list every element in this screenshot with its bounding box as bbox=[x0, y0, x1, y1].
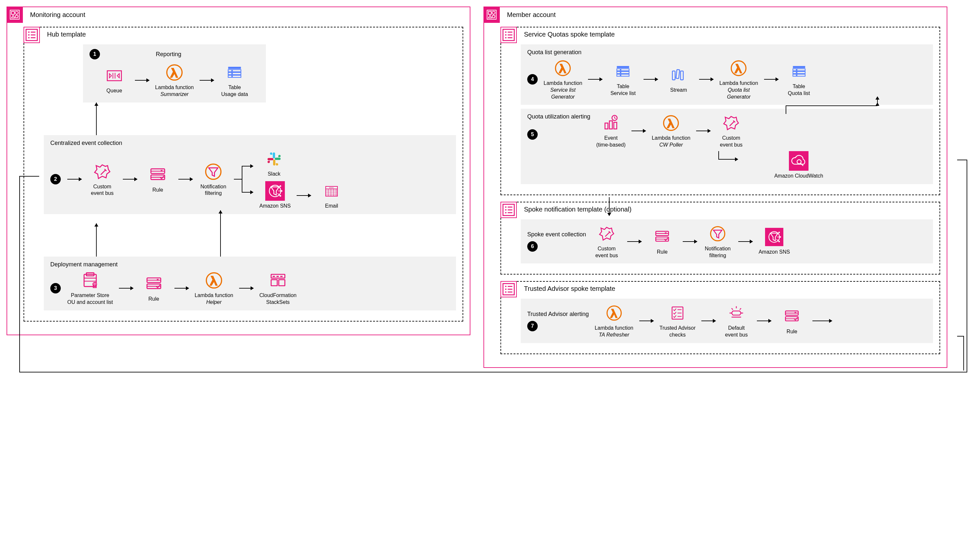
monitoring-account-title: Monitoring account bbox=[30, 11, 85, 19]
custom-bus-icon bbox=[597, 224, 616, 243]
arrow-icon bbox=[200, 80, 214, 81]
stream-node: Stream bbox=[664, 65, 693, 94]
lbl: Custom bbox=[722, 135, 740, 141]
cfn-icon bbox=[268, 271, 288, 290]
lbl: Service list bbox=[611, 91, 636, 96]
lbl: Helper bbox=[206, 299, 221, 305]
lbl: Amazon SNS bbox=[259, 203, 291, 209]
arrow-icon bbox=[627, 241, 641, 242]
lambda-icon bbox=[204, 271, 224, 290]
lbl: Lambda function bbox=[195, 292, 233, 298]
lbl: event bus bbox=[595, 252, 618, 258]
badge-3: 3 bbox=[50, 283, 61, 294]
rule-node: Rule bbox=[139, 274, 169, 303]
arrow-icon bbox=[297, 195, 311, 196]
badge-5: 5 bbox=[527, 129, 538, 140]
usage-table-l2: Usage data bbox=[221, 91, 248, 97]
connector-line bbox=[609, 197, 609, 217]
lbl: Amazon CloudWatch bbox=[774, 173, 823, 179]
sns-icon bbox=[764, 227, 784, 247]
cw-poller-node: Lambda functionCW Poller bbox=[652, 113, 690, 149]
connector-line bbox=[786, 101, 884, 114]
arrow-icon bbox=[67, 179, 82, 179]
lbl: filtering bbox=[205, 190, 222, 196]
badge-4: 4 bbox=[527, 74, 538, 84]
lbl: Trusted Advisor bbox=[660, 325, 696, 331]
lbl: Generator bbox=[551, 94, 574, 100]
default-bus-node: Defaultevent bus bbox=[722, 303, 751, 338]
lbl: Custom bbox=[93, 184, 111, 189]
hub-template: Hub template 1 Reporting Queue Lambda fu… bbox=[24, 27, 463, 322]
quota-gen-node: Lambda functionQuota listGenerator bbox=[719, 59, 758, 100]
lbl: Stream bbox=[670, 87, 687, 93]
lbl: event bus bbox=[725, 332, 748, 338]
spoke-notif-title: Spoke notification template (optional) bbox=[524, 206, 632, 213]
lbl: Lambda function bbox=[544, 80, 582, 86]
arrow-icon bbox=[175, 288, 189, 289]
param-store-icon bbox=[80, 271, 100, 290]
email-icon bbox=[322, 181, 341, 201]
member-account: Member account Service Quotas spoke temp… bbox=[484, 6, 947, 368]
lbl: Rule bbox=[787, 329, 797, 334]
template-icon bbox=[500, 281, 517, 297]
badge-7: 7 bbox=[527, 321, 538, 331]
sns-icon bbox=[265, 181, 285, 201]
lbl: Table bbox=[793, 84, 805, 89]
usage-table-node: TableUsage data bbox=[220, 63, 249, 98]
lbl: Notification bbox=[200, 184, 226, 189]
lbl: Default bbox=[728, 325, 745, 331]
param-store-node: Parameter StoreOU and account list bbox=[67, 271, 113, 306]
arrow-icon bbox=[683, 241, 697, 242]
lambda-icon bbox=[165, 63, 184, 82]
badge-1: 1 bbox=[89, 49, 100, 59]
lbl: Amazon SNS bbox=[759, 249, 790, 255]
lbl: Lambda function bbox=[652, 135, 690, 141]
monitoring-account: Monitoring account Hub template 1 Report… bbox=[6, 6, 470, 335]
lbl: Quota list bbox=[728, 87, 750, 93]
deploy-title: Deployment management bbox=[50, 261, 450, 268]
custom-bus-icon bbox=[721, 113, 741, 133]
lbl: Slack bbox=[267, 171, 280, 176]
arrow-icon bbox=[702, 321, 716, 321]
svg-marker-86 bbox=[94, 223, 98, 227]
taa-section: Trusted Advisor alerting 7 Lambda functi… bbox=[521, 299, 933, 343]
rule-node: Rule bbox=[143, 165, 172, 194]
lbl: checks bbox=[669, 332, 686, 338]
rule-icon bbox=[148, 165, 167, 185]
lbl: Email bbox=[325, 203, 338, 209]
arrow-icon bbox=[696, 130, 711, 131]
lambda-icon bbox=[661, 113, 681, 133]
rule-icon bbox=[652, 227, 672, 247]
arrow-icon bbox=[123, 179, 137, 179]
svg-marker-89 bbox=[735, 157, 738, 161]
lbl: Lambda function bbox=[595, 325, 633, 331]
ta-spoke-template: Trusted Advisor spoke template Trusted A… bbox=[500, 281, 940, 354]
default-bus-icon bbox=[727, 303, 746, 323]
reporting-title: Reporting bbox=[104, 51, 259, 58]
diagram-canvas: Monitoring account Hub template 1 Report… bbox=[6, 6, 974, 368]
lambda-icon bbox=[729, 59, 748, 78]
cfn-node: CloudFormationStackSets bbox=[259, 271, 297, 306]
lbl: Custom bbox=[598, 246, 616, 251]
lbl: Rule bbox=[148, 296, 159, 302]
arrow-icon bbox=[644, 79, 658, 79]
sec-title: Spoke event collection bbox=[527, 231, 586, 238]
usage-table-l1: Table bbox=[228, 84, 241, 90]
cloudwatch-node: Amazon CloudWatch bbox=[774, 151, 823, 179]
taa-title: Trusted Advisor alerting bbox=[527, 311, 589, 318]
lbl: event bus bbox=[720, 142, 743, 148]
stream-icon bbox=[669, 65, 688, 85]
sns-node: Amazon SNS bbox=[259, 181, 291, 210]
slack-node: Slack bbox=[259, 149, 289, 178]
lbl: event bus bbox=[91, 190, 113, 196]
event-icon bbox=[601, 113, 620, 133]
lbl: CW Poller bbox=[659, 142, 683, 148]
queue-icon bbox=[105, 66, 124, 86]
qua-title: Quota utilization alerting bbox=[527, 113, 590, 120]
lbl: Parameter Store bbox=[71, 292, 109, 298]
arrow-icon bbox=[764, 79, 778, 79]
table-icon bbox=[789, 62, 809, 81]
custom-bus-node: Customevent bus bbox=[88, 162, 117, 197]
notif-filter-node: Notificationfiltering bbox=[199, 162, 228, 197]
svc-table-node: TableService list bbox=[608, 62, 638, 97]
